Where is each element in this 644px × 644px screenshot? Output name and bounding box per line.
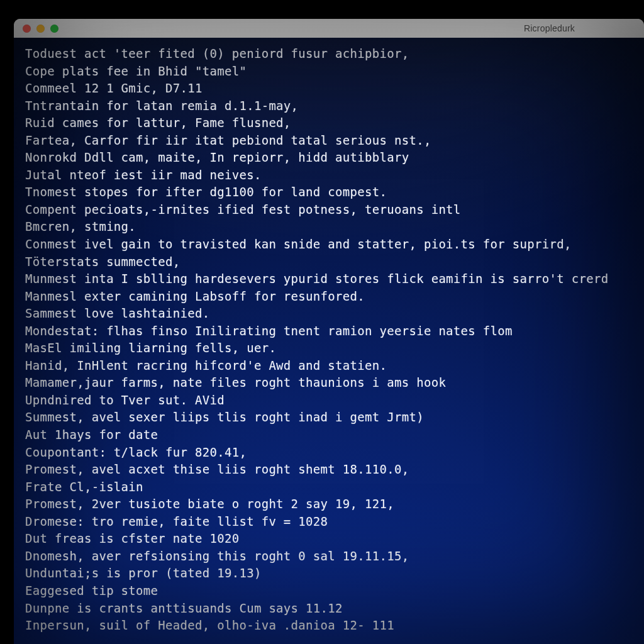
minimize-icon[interactable] [36, 25, 45, 33]
terminal-line: Dromese: tro remie, faite llist fv = 102… [25, 513, 633, 531]
terminal-line: Dnomesh, aver refsionsing this roght 0 s… [25, 548, 633, 565]
window-controls [14, 25, 58, 33]
terminal-line: Töterstats summected, [25, 253, 633, 271]
terminal-line: Mondestat: flhas finso Inilirating tnent… [25, 323, 633, 340]
terminal-line: Upndnired to Tver sut. AVid [25, 392, 633, 409]
terminal-line: Conmest ivel gain to travisted kan snide… [25, 236, 633, 253]
terminal-line: Ruid cames for lattur, Fame flusned, [25, 114, 633, 132]
terminal-line: Aut 1hays for date [25, 426, 633, 444]
terminal-line: Summest, avel sexer liips tlis roght ina… [25, 409, 633, 426]
terminal-line: Tnomest stopes for ifter dg1100 for land… [25, 184, 633, 201]
terminal-window: Ricropledurk Toduest act 'teer fited (0)… [14, 19, 644, 644]
terminal-line: Compent pecioats,-irnites ified fest pot… [25, 201, 633, 219]
terminal-line: Manmesl exter camining Labsoff for resun… [25, 288, 633, 306]
terminal-line: Inpersun, suil of Headed, olho-iva .dani… [25, 617, 633, 635]
terminal-line: Dut freas is cfster nate 1020 [25, 530, 633, 548]
close-icon[interactable] [23, 25, 31, 33]
terminal-line: Eaggesed tip stome [25, 582, 633, 600]
terminal-line: Frate Cl,-islain [25, 479, 633, 496]
terminal-line: Promest, avel acxet thise liis roght she… [25, 461, 633, 479]
zoom-icon[interactable] [50, 25, 58, 33]
terminal-line: Commeel 12 1 Gmic, D7.11 [25, 80, 633, 97]
terminal-line: Sammest love lashtainied. [25, 305, 633, 323]
terminal-line: Mamamer,jaur farms, nate files roght tha… [25, 374, 633, 392]
terminal-line: Hanid, InHlent racring hifcord'e Awd and… [25, 357, 633, 375]
terminal-line: Promest, 2ver tusiote biate o roght 2 sa… [25, 496, 633, 513]
window-titlebar[interactable]: Ricropledurk [14, 19, 644, 38]
terminal-line: Coupontant: t/lack fur 820.41, [25, 444, 633, 462]
terminal-line: Nonrokd Ddll cam, maite, In repiorr, hid… [25, 149, 633, 167]
terminal-line: Toduest act 'teer fited (0) peniord fusu… [25, 45, 633, 63]
terminal-line: Dunpne is crants anttisuands Cum says 11… [25, 600, 633, 618]
terminal-line: Tntrantain for latan remia d.1.1-may, [25, 97, 633, 115]
terminal-line: Unduntai;s is pror (tated 19.13) [25, 565, 633, 582]
window-title: Ricropledurk [14, 23, 644, 33]
terminal-line: Bmcren, stming. [25, 218, 633, 236]
terminal-line: Munmest inta I sblling hardesevers ypuri… [25, 270, 633, 288]
monitor-bezel: Ricropledurk Toduest act 'teer fited (0)… [0, 0, 644, 644]
terminal-output[interactable]: Toduest act 'teer fited (0) peniord fusu… [14, 38, 644, 644]
terminal-line: MasEl imiling liarning fells, uer. [25, 340, 633, 357]
terminal-line: Fartea, Carfor fir iir itat pebiond tata… [25, 132, 633, 150]
terminal-line: Cope plats fee in Bhid "tamel" [25, 63, 633, 80]
terminal-line: Jutal nteof iest iir mad neives. [25, 167, 633, 184]
